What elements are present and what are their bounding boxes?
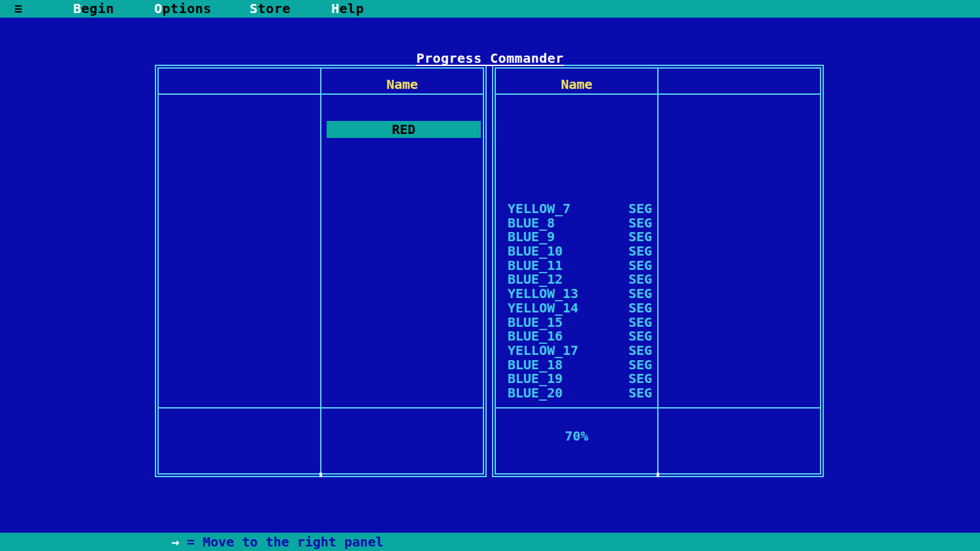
item-type: SEG: [629, 230, 652, 244]
left-panel-name-header: Name: [321, 76, 483, 92]
left-panel-header-separator: [159, 93, 483, 95]
right-arrow-icon: →: [171, 534, 179, 550]
menu-item-hotkey: S: [250, 1, 258, 16]
title-row: Progress Commander: [0, 50, 980, 66]
item-type: SEG: [629, 372, 652, 386]
list-item[interactable]: BLUE_10 SEG: [496, 244, 657, 259]
item-type: SEG: [629, 287, 652, 301]
list-item[interactable]: BLUE_9 SEG: [496, 230, 657, 244]
item-name: BLUE_15: [508, 314, 563, 330]
right-panel-inner: Name YELLOW_7 SEG BLUE_8 SEG BLUE_9 SEG: [496, 69, 820, 473]
menu-item-store[interactable]: Store: [250, 0, 291, 18]
list-item[interactable]: YELLOW_13 SEG: [496, 287, 657, 301]
right-panel-name-header: Name: [496, 76, 657, 92]
item-type: SEG: [629, 202, 652, 216]
menu-item-label: elp: [340, 1, 365, 16]
list-item[interactable]: BLUE_15 SEG: [496, 316, 657, 330]
right-panel: Name YELLOW_7 SEG BLUE_8 SEG BLUE_9 SEG: [492, 65, 824, 477]
page-title: Progress Commander: [416, 52, 564, 66]
left-panel-inner: Name RED: [159, 69, 483, 473]
list-item[interactable]: BLUE_20 SEG: [496, 386, 657, 401]
item-name: YELLOW_17: [508, 342, 578, 358]
menu-item-help[interactable]: Help: [331, 0, 364, 18]
item-type: SEG: [629, 358, 652, 373]
item-type: SEG: [629, 216, 652, 231]
list-item[interactable]: YELLOW_17 SEG: [496, 344, 657, 358]
item-type: SEG: [629, 386, 652, 401]
progress-percent: 70%: [496, 428, 657, 444]
item-name: BLUE_20: [508, 385, 563, 401]
item-name: YELLOW_13: [508, 286, 578, 301]
item-name: YELLOW_7: [508, 201, 570, 216]
menu-items: Begin Options Store Help: [0, 0, 980, 18]
item-type: SEG: [629, 273, 652, 287]
menu-item-hotkey: H: [331, 1, 340, 16]
item-name: BLUE_12: [508, 271, 563, 287]
item-name: BLUE_19: [508, 371, 563, 386]
item-name: BLUE_9: [508, 229, 555, 244]
list-item[interactable]: BLUE_8 SEG: [496, 216, 657, 231]
file-list: YELLOW_7 SEG BLUE_8 SEG BLUE_9 SEG BLUE_…: [496, 202, 657, 401]
left-panel-footer-separator: [159, 407, 483, 409]
list-item[interactable]: YELLOW_7 SEG: [496, 202, 657, 216]
menu-item-hotkey: O: [154, 1, 163, 16]
item-type: SEG: [629, 244, 652, 259]
item-name: BLUE_18: [508, 357, 563, 373]
item-name: BLUE_11: [508, 258, 563, 273]
list-item[interactable]: BLUE_11 SEG: [496, 259, 657, 273]
right-panel-column-divider: [657, 69, 659, 473]
menu-item-begin[interactable]: Begin: [73, 0, 114, 18]
right-panel-footer-separator: [496, 407, 820, 409]
cursor-artifact: [319, 473, 322, 477]
right-panel-header-separator: [496, 93, 820, 95]
cursor-artifact: [657, 473, 659, 477]
left-panel: Name RED: [155, 65, 487, 477]
menu-item-label: tore: [258, 1, 291, 16]
status-bar: → = Move to the right panel: [0, 533, 980, 551]
list-item[interactable]: YELLOW_14 SEG: [496, 301, 657, 316]
list-item[interactable]: BLUE_16 SEG: [496, 329, 657, 344]
status-text: = Move to the right panel: [187, 534, 384, 550]
item-type: SEG: [629, 329, 652, 344]
list-item[interactable]: BLUE_18 SEG: [496, 358, 657, 373]
item-type: SEG: [629, 344, 652, 358]
menu-item-label: egin: [82, 1, 114, 16]
list-item[interactable]: BLUE_12 SEG: [496, 273, 657, 287]
selected-item-red[interactable]: RED: [327, 121, 481, 138]
item-name: BLUE_10: [508, 243, 563, 259]
item-name: BLUE_16: [508, 328, 563, 344]
status-line: → = Move to the right panel: [171, 533, 384, 551]
item-type: SEG: [629, 316, 652, 330]
list-item[interactable]: BLUE_19 SEG: [496, 372, 657, 386]
left-panel-column-divider: [320, 69, 321, 473]
menu-bar: ≡ Begin Options Store Help: [0, 0, 980, 18]
item-name: YELLOW_14: [508, 300, 578, 316]
item-type: SEG: [629, 301, 652, 316]
menu-item-options[interactable]: Options: [154, 0, 212, 18]
menu-item-hotkey: B: [73, 1, 82, 16]
item-name: BLUE_8: [508, 215, 555, 231]
item-type: SEG: [629, 259, 652, 273]
menu-item-label: ptions: [163, 1, 212, 16]
